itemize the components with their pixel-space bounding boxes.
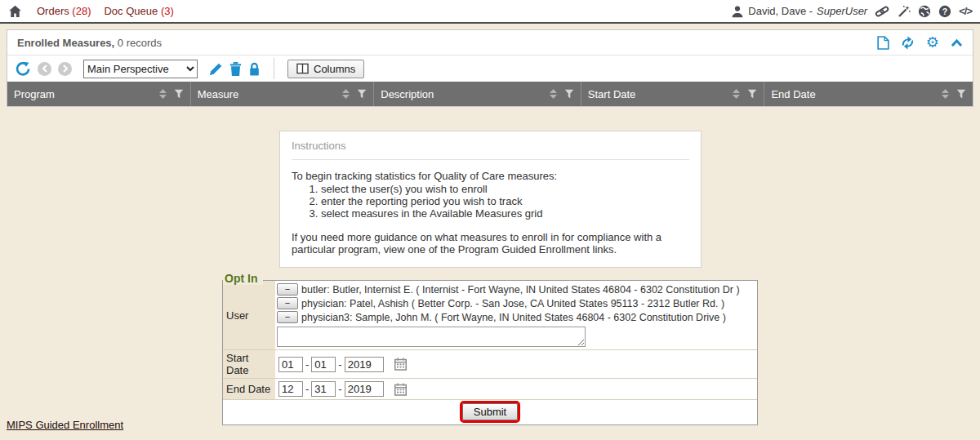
undo-icon[interactable] (16, 61, 31, 77)
person-icon (731, 5, 744, 18)
sort-icon[interactable] (342, 89, 350, 99)
gear-icon[interactable]: ⚙ (926, 36, 939, 49)
top-navigation-bar: Orders (28) Doc Queue (3) David, Dave - … (0, 0, 980, 24)
user-row: User − butler: Butler, Internist E. ( In… (223, 281, 757, 350)
start-date-year-input[interactable] (345, 357, 384, 372)
doc-queue-count: (3) (161, 5, 174, 17)
end-date-month-input[interactable] (278, 381, 303, 397)
submit-button[interactable]: Submit (462, 403, 518, 420)
start-date-month-input[interactable] (278, 357, 303, 372)
instruction-step: select the user(s) you wish to enroll (321, 183, 689, 195)
instructions-intro: To begin tracking statistics for Quality… (292, 170, 689, 182)
column-header-measure[interactable]: Measure (191, 82, 375, 106)
column-header-description[interactable]: Description (374, 82, 581, 106)
enrolled-user-item: − butler: Butler, Internist E. ( Interni… (277, 282, 757, 296)
column-header-start-date[interactable]: Start Date (581, 82, 765, 106)
new-document-icon[interactable] (877, 36, 889, 50)
opt-in-fieldset: Opt In User − butler: Butler, Internist … (222, 280, 758, 425)
user-label: User (223, 281, 275, 349)
perspective-select[interactable]: Main Perspective (83, 60, 198, 78)
next-perspective-icon[interactable] (58, 62, 72, 76)
enrolled-user-item: − physician: Patel, Ashish ( Better Corp… (277, 296, 757, 310)
column-header-program[interactable]: Program (7, 82, 191, 106)
user-description: physician3: Sample, John M. ( Fort Wayne… (301, 312, 726, 323)
instruction-step: enter the reporting period you wish to t… (321, 195, 689, 207)
filter-icon[interactable] (174, 89, 184, 99)
refresh-icon[interactable] (901, 36, 915, 50)
filter-icon[interactable] (956, 89, 966, 99)
instruction-step: select measures in the Available Measure… (321, 207, 689, 220)
enrolled-user-item: − physician3: Sample, John M. ( Fort Way… (277, 310, 757, 324)
end-date-day-input[interactable] (311, 381, 336, 397)
start-date-row: Start Date - - (223, 350, 757, 379)
filter-icon[interactable] (564, 89, 574, 99)
filter-icon[interactable] (747, 89, 757, 99)
end-date-year-input[interactable] (345, 381, 384, 397)
code-icon[interactable]: </> (959, 5, 972, 17)
end-date-row: End Date - - (223, 379, 757, 400)
user-role: SuperUser (817, 5, 867, 17)
svg-text:?: ? (942, 6, 947, 16)
nav-item-doc-queue[interactable]: Doc Queue (3) (104, 5, 173, 17)
prev-perspective-icon[interactable] (38, 62, 51, 76)
instructions-box: Instructions To begin tracking statistic… (279, 131, 702, 268)
instructions-steps: select the user(s) you wish to enroll en… (292, 183, 689, 220)
instructions-divider (292, 159, 689, 160)
user-description: butler: Butler, Internist E. ( Internist… (301, 284, 740, 296)
instructions-note: If you need more guidance on what measur… (292, 231, 689, 256)
filter-icon[interactable] (357, 89, 367, 99)
wand-icon[interactable] (897, 5, 911, 18)
calendar-icon[interactable] (394, 383, 407, 396)
nav-item-orders[interactable]: Orders (28) (37, 5, 91, 17)
lock-icon[interactable] (248, 62, 261, 76)
globe-icon[interactable] (918, 5, 931, 18)
sort-icon[interactable] (159, 89, 167, 99)
start-date-day-input[interactable] (311, 357, 336, 372)
sort-icon[interactable] (550, 89, 557, 99)
panel-header: Enrolled Measures, 0 records ⚙ (7, 30, 973, 56)
sort-icon[interactable] (733, 89, 740, 99)
help-icon[interactable]: ? (938, 5, 951, 18)
record-count: 0 records (118, 37, 162, 49)
enrolled-measures-panel: Enrolled Measures, 0 records ⚙ Main (7, 29, 973, 107)
link-icon[interactable] (875, 5, 889, 18)
calendar-icon[interactable] (394, 358, 407, 371)
grid-header-row: Program Measure Description Start Date (7, 82, 973, 106)
instructions-title: Instructions (292, 140, 689, 152)
collapse-chevron-icon[interactable] (951, 38, 963, 47)
columns-button[interactable]: Columns (287, 60, 364, 78)
home-icon[interactable] (8, 5, 22, 18)
toolbar-divider (274, 58, 274, 79)
remove-user-button[interactable]: − (277, 311, 298, 323)
user-menu[interactable]: David, Dave - SuperUser (731, 5, 867, 18)
mips-guided-enrollment-link[interactable]: MIPS Guided Enrollment (7, 419, 123, 431)
delete-trash-icon[interactable] (229, 62, 242, 76)
user-search-input[interactable] (277, 327, 586, 347)
remove-user-button[interactable]: − (277, 283, 298, 296)
grid-toolbar: Main Perspective Columns (7, 56, 973, 82)
sort-icon[interactable] (942, 89, 949, 99)
columns-icon (296, 63, 309, 74)
end-date-label: End Date (223, 379, 275, 399)
user-description: physician: Patel, Ashish ( Better Corp. … (301, 298, 724, 309)
edit-pencil-icon[interactable] (209, 62, 223, 76)
submit-row: Submit (223, 400, 757, 424)
page-title: Enrolled Measures, 0 records (17, 37, 162, 49)
user-name: David, Dave - (748, 5, 813, 17)
column-header-end-date[interactable]: End Date (764, 82, 973, 106)
start-date-label: Start Date (223, 350, 275, 378)
remove-user-button[interactable]: − (277, 297, 298, 309)
orders-count: (28) (72, 5, 91, 17)
opt-in-legend: Opt In (223, 272, 263, 285)
